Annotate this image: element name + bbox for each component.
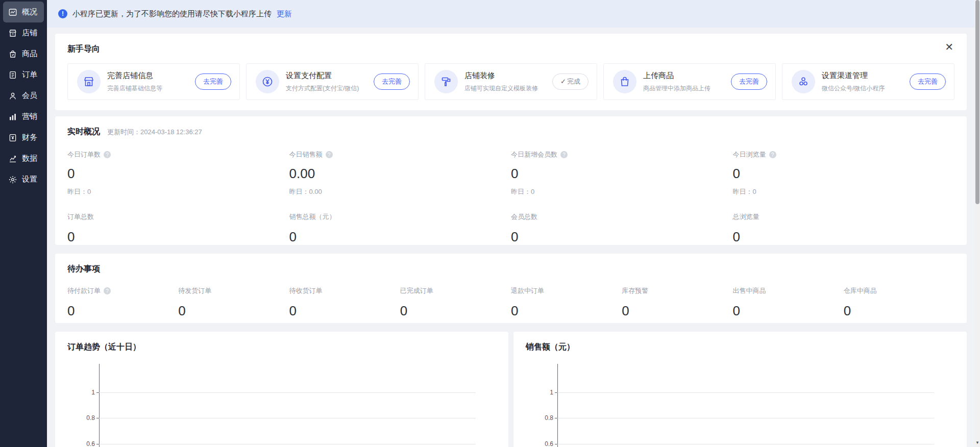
stat-value: 0 [511,303,622,319]
stat-total-members: 会员总数 0 [511,212,733,245]
help-icon[interactable]: ? [326,151,333,158]
sidebar-item-label: 概况 [22,7,37,17]
todo-pending-payment: 待付款订单? 0 [67,286,178,319]
stat-value: 0 [733,229,955,245]
sidebar-item-members[interactable]: 会员 [3,85,44,106]
guide-card-subtitle: 支付方式配置(支付宝/微信) [286,84,367,93]
y-tick-label: 1 [550,389,553,396]
sidebar-item-marketing[interactable]: 营销 [3,106,44,127]
finance-icon [8,133,17,142]
guide-card-title: 上传商品 [643,71,724,81]
total-stats-row: 订单总数 0 销售总额（元） 0 会员总数 0 总浏览量 0 [67,212,954,245]
guide-card-subtitle: 商品管理中添加商品上传 [643,84,724,93]
guide-card-title: 设置渠道管理 [822,71,903,81]
stat-value: 0 [844,303,954,319]
todo-on-sale-goods: 出售中商品 0 [733,286,844,319]
y-tick-label: 0.8 [86,414,95,421]
update-notice-bar: ! 小程序已更新，为了不影响您的使用请尽快下载小程序上传 更新 [47,0,975,28]
sidebar-item-finance[interactable]: 财务 [3,127,44,148]
stat-value: 0 [511,229,733,245]
go-complete-button[interactable]: 去完善 [731,73,767,90]
go-complete-button[interactable]: 去完善 [374,73,410,90]
goods-icon [8,49,17,59]
go-complete-button[interactable]: 去完善 [195,73,231,90]
sidebar-item-orders[interactable]: 订单 [3,64,44,85]
newbie-guide-panel: 新手导向 ✕ 完善店铺信息 完善店铺基础信息等 去完善 设置支付配置 [55,34,967,110]
stat-value: 0 [733,166,955,182]
stat-yesterday: 昨日：0 [733,187,955,196]
notice-text: 小程序已更新，为了不影响您的使用请尽快下载小程序上传 [72,9,272,19]
sidebar-item-shop[interactable]: 店铺 [3,22,44,43]
shopping-bag-icon [613,70,636,93]
guide-card-channels: 设置渠道管理 微信公众号/微信小程序 去完善 [782,63,954,100]
sales-amount-chart: 1 0.8 0.6 0.4 [526,364,954,447]
channels-icon [792,70,815,93]
data-icon [8,154,17,163]
stat-yesterday: 昨日：0 [511,187,733,196]
stat-value: 0 [67,166,289,182]
y-axis-line [99,364,100,447]
gridline [99,418,476,418]
guide-card-subtitle: 完善店铺基础信息等 [107,84,188,93]
charts-row: 订单趋势（近十日） 1 0.8 0.6 0.4 销售额（元） 1 0.8 0.6… [55,332,967,447]
todo-refunding-orders: 退款中订单 0 [511,286,622,319]
help-icon[interactable]: ? [769,151,776,158]
today-stats-row: 今日订单数? 0 昨日：0 今日销售额? 0.00 昨日：0.00 今日新增会员… [67,150,954,196]
update-link[interactable]: 更新 [277,9,292,19]
main-content: ! 小程序已更新，为了不影响您的使用请尽快下载小程序上传 更新 新手导向 ✕ 完… [47,0,975,447]
overview-icon [8,8,17,17]
chart-title: 订单趋势（近十日） [67,342,496,353]
guide-card-title: 设置支付配置 [286,71,367,81]
order-trend-chart-card: 订单趋势（近十日） 1 0.8 0.6 0.4 [55,332,508,447]
sidebar-item-goods[interactable]: 商品 [3,43,44,64]
gridline [557,418,934,418]
guide-title: 新手导向 [67,44,954,55]
help-icon[interactable]: ? [560,151,568,158]
guide-card-title: 店铺装修 [464,71,546,81]
y-tick-label: 1 [91,389,95,396]
stat-today-new-members: 今日新增会员数? 0 昨日：0 [511,150,733,196]
stat-value: 0 [622,303,732,319]
vertical-scrollbar[interactable]: ▼ [975,0,980,447]
realtime-title: 实时概况 [67,127,100,137]
scroll-down-arrow-icon[interactable]: ▼ [975,440,980,446]
scrollbar-thumb[interactable] [975,0,979,204]
stat-yesterday: 昨日：0 [67,187,289,196]
sidebar: 概况 店铺 商品 订单 会员 营销 财务 [0,0,47,447]
guide-cards-row: 完善店铺信息 完善店铺基础信息等 去完善 设置支付配置 支付方式配置(支付宝/微… [67,63,954,100]
todo-completed-orders: 已完成订单 0 [400,286,511,319]
chart-title: 销售额（元） [526,342,954,353]
sidebar-item-label: 店铺 [22,28,37,38]
y-tick-label: 0.6 [545,440,553,447]
help-icon[interactable]: ? [104,287,111,294]
sidebar-item-overview[interactable]: 概况 [3,2,44,22]
go-complete-button[interactable]: 去完善 [910,73,946,90]
close-icon[interactable]: ✕ [945,42,953,52]
sidebar-item-settings[interactable]: 设置 [3,169,44,190]
todo-warehouse-goods: 仓库中商品 0 [844,286,954,319]
guide-card-subtitle: 微信公众号/微信小程序 [822,84,903,93]
stat-total-sales: 销售总额（元） 0 [289,212,511,245]
completed-button[interactable]: ✓完成 [552,73,589,90]
sidebar-item-data[interactable]: 数据 [3,148,44,169]
todo-stock-warning: 库存预警 0 [622,286,732,319]
stat-today-orders: 今日订单数? 0 昨日：0 [67,150,289,196]
guide-card-decoration: 店铺装修 店铺可实现自定义模板装修 ✓完成 [425,63,597,100]
stat-total-views: 总浏览量 0 [733,212,955,245]
sidebar-item-label: 会员 [22,91,37,101]
stat-total-orders: 订单总数 0 [67,212,289,245]
guide-card-upload-goods: 上传商品 商品管理中添加商品上传 去完善 [603,63,776,100]
sales-amount-chart-card: 销售额（元） 1 0.8 0.6 0.4 [513,332,967,447]
guide-card-shop-info: 完善店铺信息 完善店铺基础信息等 去完善 [67,63,240,100]
storefront-icon [77,70,101,93]
help-icon[interactable]: ? [104,151,111,158]
shop-icon [8,29,17,38]
paint-roller-icon [434,70,458,93]
yen-circle-icon [256,70,279,93]
guide-card-title: 完善店铺信息 [107,71,188,81]
stat-value: 0 [289,229,511,245]
stat-value: 0 [400,303,511,319]
members-icon [8,91,17,101]
gridline [99,392,476,393]
stat-value: 0 [289,303,400,319]
